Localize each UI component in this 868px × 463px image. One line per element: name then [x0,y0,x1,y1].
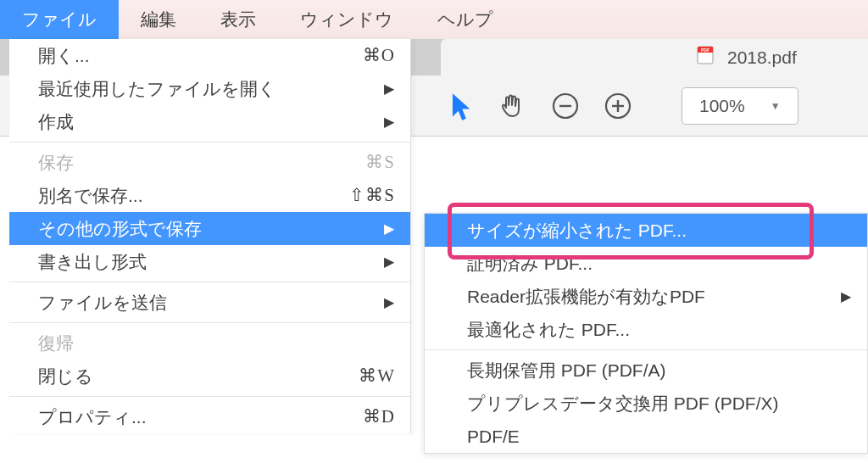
document-tab[interactable]: PDF 2018.pdf [441,39,868,75]
toolbar-section: 100% ▼ [442,75,798,137]
menu-item-label: プロパティ... [38,405,363,429]
menu-item-label: その他の形式で保存 [38,217,377,241]
menubar-item-label: 編集 [141,8,176,31]
menu-item-label: PDF/E [467,427,852,447]
submenu-arrow-icon: ▶ [377,294,395,310]
submenu-arrow-icon: ▶ [377,81,395,97]
file-menu-item[interactable]: 閉じる⌘W [9,360,410,393]
menubar-item-label: 表示 [220,8,256,31]
file-menu-item[interactable]: 書き出し形式▶ [9,245,410,278]
menubar-item-window[interactable]: ウィンドウ [278,0,415,39]
hand-tool-icon[interactable] [495,88,531,124]
menu-item-label: 最近使用したファイルを開く [38,77,377,101]
menubar-item-label: ウィンドウ [300,8,393,31]
menu-item-label: 長期保管用 PDF (PDF/A) [467,359,852,382]
submenu-arrow-icon: ▶ [377,220,395,237]
menu-item-label: 別名で保存... [38,184,349,208]
zoom-select[interactable]: 100% ▼ [682,87,798,125]
zoom-out-icon[interactable] [548,88,583,124]
zoom-in-icon[interactable] [600,88,636,124]
menu-item-label: 証明済み PDF... [467,252,852,276]
file-menu-item[interactable]: 別名で保存...⇧⌘S [9,179,410,212]
menubar-item-edit[interactable]: 編集 [119,0,198,39]
menu-item-shortcut: ⌘D [363,406,395,427]
menu-item-shortcut: ⌘W [359,365,395,387]
file-menu-item[interactable]: その他の形式で保存▶ [9,212,410,245]
submenu-item[interactable]: 証明済み PDF... [425,247,867,280]
zoom-value: 100% [699,96,745,116]
menu-separator [425,349,867,350]
menu-item-shortcut: ⌘O [363,45,395,66]
select-tool-icon[interactable] [442,88,478,124]
file-menu-item[interactable]: ファイルを送信▶ [9,286,410,319]
menu-item-label: 復帰 [38,332,395,355]
menu-item-label: 作成 [38,110,377,134]
menu-item-label: Reader拡張機能が有効なPDF [467,285,834,309]
menu-item-label: 最適化された PDF... [467,318,852,342]
menubar-item-file[interactable]: ファイル [0,0,119,39]
menu-item-shortcut: ⇧⌘S [349,185,395,206]
file-menu-dropdown: 開く...⌘O最近使用したファイルを開く▶作成▶保存⌘S別名で保存...⇧⌘Sそ… [9,39,411,433]
file-menu-item: 保存⌘S [9,146,410,179]
submenu-item[interactable]: 最適化された PDF... [425,313,867,346]
submenu-arrow-icon: ▶ [377,254,395,270]
menubar-item-view[interactable]: 表示 [198,0,278,39]
submenu-item[interactable]: プリプレスデータ交換用 PDF (PDF/X) [425,387,867,420]
tab-filename: 2018.pdf [727,47,797,68]
menu-item-label: 開く... [38,44,363,68]
svg-text:PDF: PDF [701,47,709,53]
menu-item-label: ファイルを送信 [38,291,377,315]
menu-separator [9,142,410,142]
file-menu-item[interactable]: プロパティ...⌘D [9,400,410,433]
submenu-item[interactable]: 長期保管用 PDF (PDF/A) [425,354,867,387]
menu-item-label: 書き出し形式 [38,250,377,274]
file-menu-item[interactable]: 開く...⌘O [9,39,410,72]
menu-separator [9,396,410,397]
menu-item-label: プリプレスデータ交換用 PDF (PDF/X) [467,392,852,416]
submenu-arrow-icon: ▶ [377,114,395,130]
menu-item-label: サイズが縮小された PDF... [467,219,852,243]
file-menu-item[interactable]: 最近使用したファイルを開く▶ [9,72,410,105]
menu-item-label: 閉じる [38,365,359,388]
pdf-icon: PDF [695,45,715,70]
file-menu-item[interactable]: 作成▶ [9,105,410,138]
menu-item-shortcut: ⌘S [365,152,395,173]
submenu-arrow-icon: ▶ [834,288,852,304]
submenu-item[interactable]: Reader拡張機能が有効なPDF▶ [425,280,867,313]
menubar-item-label: ヘルプ [437,8,493,31]
submenu-item[interactable]: PDF/E [425,420,867,453]
save-as-submenu: サイズが縮小された PDF...証明済み PDF...Reader拡張機能が有効… [424,213,868,454]
chevron-down-icon: ▼ [771,100,781,112]
menu-separator [9,322,410,323]
file-menu-item: 復帰 [9,326,410,360]
menu-item-label: 保存 [38,151,365,175]
menubar: ファイル 編集 表示 ウィンドウ ヘルプ [0,0,868,39]
menubar-item-help[interactable]: ヘルプ [415,0,515,39]
menubar-item-label: ファイル [22,8,97,31]
submenu-item[interactable]: サイズが縮小された PDF... [425,214,867,247]
menu-separator [9,282,410,282]
